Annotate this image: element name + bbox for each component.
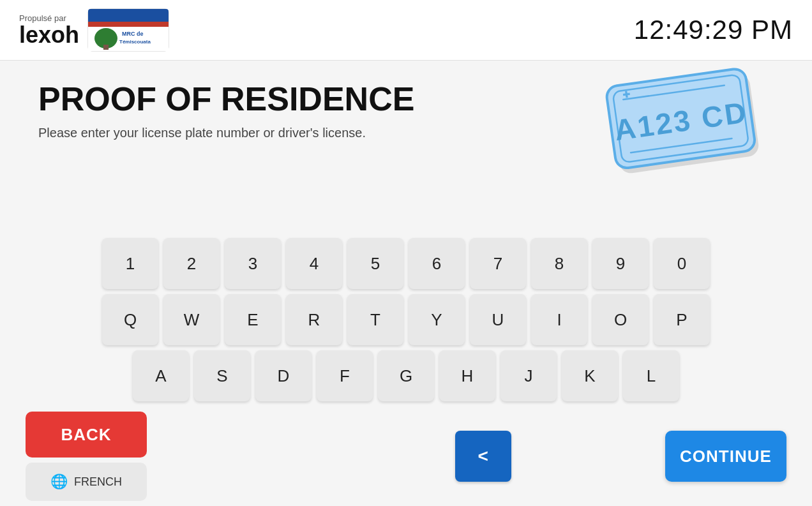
key-9[interactable]: 9: [592, 238, 649, 289]
svg-text:Témiscouata: Témiscouata: [119, 39, 151, 45]
mrc-logo: MRC de Témiscouata: [87, 8, 170, 52]
key-j[interactable]: J: [500, 350, 557, 401]
key-t[interactable]: T: [347, 294, 403, 345]
lexoh-label: lexoh: [19, 24, 79, 47]
left-actions: BACK 🌐 FRENCH: [26, 412, 147, 501]
svg-text:MRC de: MRC de: [122, 31, 144, 37]
logo-area: Propulsé par lexoh MRC de Témiscouata: [19, 8, 170, 52]
key-2[interactable]: 2: [163, 238, 220, 289]
key-1[interactable]: 1: [102, 238, 158, 289]
key-d[interactable]: D: [255, 350, 312, 401]
key-f[interactable]: F: [317, 350, 373, 401]
key-0[interactable]: 0: [654, 238, 710, 289]
key-a[interactable]: A: [133, 350, 189, 401]
key-l[interactable]: L: [623, 350, 679, 401]
key-r[interactable]: R: [286, 294, 342, 345]
keyboard-container: 1234567890 QWERTYUIOP ASDFGHJKL BACK 🌐 F…: [0, 238, 812, 506]
backspace-button[interactable]: <: [455, 431, 511, 482]
clock-display: 12:49:29 PM: [634, 15, 793, 45]
key-3[interactable]: 3: [225, 238, 281, 289]
main-content: PROOF OF RESIDENCE Please enter your lic…: [0, 61, 812, 188]
key-k[interactable]: K: [562, 350, 618, 401]
svg-rect-2: [88, 19, 169, 22]
key-p[interactable]: P: [654, 294, 710, 345]
key-h[interactable]: H: [439, 350, 495, 401]
page-title: PROOF OF RESIDENCE: [38, 80, 595, 118]
svg-text:✚: ✚: [622, 89, 631, 100]
key-6[interactable]: 6: [409, 238, 465, 289]
key-y[interactable]: Y: [409, 294, 465, 345]
svg-rect-6: [103, 45, 109, 50]
license-plate-illustration: ✚ A123 CD: [601, 57, 767, 186]
language-label: FRENCH: [74, 475, 122, 489]
back-button[interactable]: BACK: [26, 412, 147, 458]
key-4[interactable]: 4: [286, 238, 342, 289]
language-button[interactable]: 🌐 FRENCH: [26, 463, 147, 501]
globe-icon: 🌐: [50, 473, 68, 490]
key-u[interactable]: U: [470, 294, 526, 345]
key-q[interactable]: Q: [102, 294, 158, 345]
key-o[interactable]: O: [592, 294, 649, 345]
svg-rect-3: [88, 22, 169, 27]
keyboard-row-qwerty: QWERTYUIOP: [13, 294, 799, 345]
continue-button[interactable]: CONTINUE: [665, 431, 786, 482]
key-w[interactable]: W: [163, 294, 220, 345]
key-7[interactable]: 7: [470, 238, 526, 289]
plate-area: ✚ A123 CD: [595, 67, 774, 175]
key-i[interactable]: I: [531, 294, 587, 345]
header: Propulsé par lexoh MRC de Témiscouata 12…: [0, 0, 812, 61]
keyboard-row-numbers: 1234567890: [13, 238, 799, 289]
bottom-action-row: BACK 🌐 FRENCH < CONTINUE: [13, 406, 799, 506]
content-left: PROOF OF RESIDENCE Please enter your lic…: [38, 80, 595, 140]
page-subtitle: Please enter your license plate number o…: [38, 126, 595, 140]
key-e[interactable]: E: [225, 294, 281, 345]
key-8[interactable]: 8: [531, 238, 587, 289]
lexoh-branding: Propulsé par lexoh: [19, 13, 79, 47]
keyboard-row-asdf: ASDFGHJKL: [13, 350, 799, 401]
key-s[interactable]: S: [194, 350, 250, 401]
key-g[interactable]: G: [378, 350, 434, 401]
key-5[interactable]: 5: [347, 238, 403, 289]
